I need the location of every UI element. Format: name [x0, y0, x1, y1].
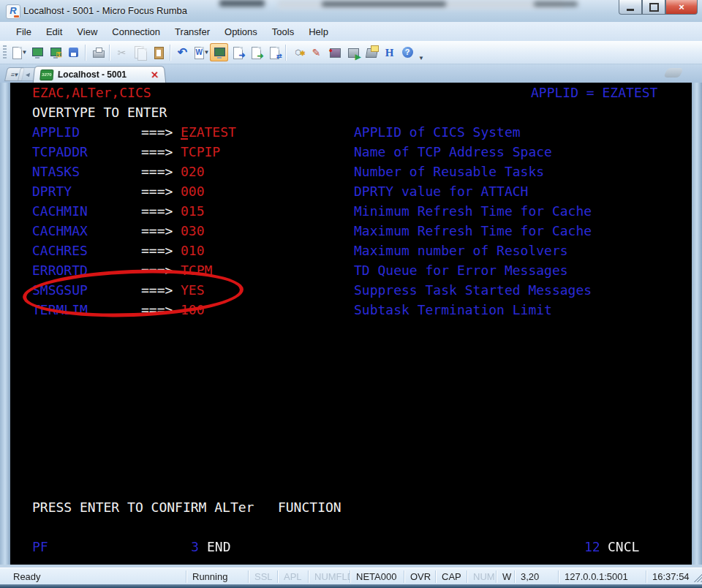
window-frame-left: [0, 83, 10, 565]
terminal-command[interactable]: EZAC,ALTer,CICS: [32, 83, 151, 102]
field-arrow: ===>: [141, 181, 173, 201]
status-ready: Ready: [0, 570, 186, 583]
field-name: APPLID: [32, 122, 80, 142]
monitor-key-icon: ⚿: [49, 46, 62, 59]
new-document-icon: [10, 46, 23, 59]
status-host-address: 127.0.0.1:5001: [559, 570, 646, 583]
menu-edit[interactable]: Edit: [39, 23, 69, 40]
menu-transfer[interactable]: Transfer: [167, 23, 217, 40]
menu-options[interactable]: Options: [217, 23, 265, 40]
printer-icon: [91, 46, 105, 59]
session-configuration-button[interactable]: ⚿: [46, 43, 64, 61]
word-document-icon: W: [192, 46, 205, 59]
close-button[interactable]: ×: [665, 0, 698, 15]
toolbar-overflow-button[interactable]: ▼: [418, 55, 424, 61]
field-name: CACHRES: [32, 241, 88, 260]
file-transfer-button[interactable]: ⇄: [265, 43, 283, 61]
field-desc: Maximum Refresh Time for Cache: [354, 221, 592, 241]
overtype-instruction: OVERTYPE TO ENTER: [32, 102, 167, 122]
field-desc: Minimum Refresh Time for Cache: [354, 201, 592, 221]
field-name: DPRTY: [32, 181, 72, 201]
confirm-message: PRESS ENTER TO CONFIRM ALTer FUNCTION: [32, 497, 341, 517]
menu-tools[interactable]: Tools: [265, 23, 301, 40]
pf3-number: 3: [191, 537, 199, 557]
background-window-fragment: [219, 0, 265, 7]
note-icon: [365, 46, 378, 59]
question-mark-icon: ?: [401, 46, 415, 59]
brush-button[interactable]: ✎: [307, 43, 325, 61]
field-value[interactable]: 030: [181, 221, 205, 241]
field-row-cachmin: CACHMIN ===> 015 Minimum Refresh Time fo…: [10, 201, 692, 221]
field-value[interactable]: EZATEST: [181, 122, 236, 142]
keyboard-map-button[interactable]: [362, 43, 380, 61]
status-numfld: NUMFLD: [309, 570, 350, 583]
field-name: CACHMAX: [32, 221, 88, 241]
page-arrow-right-icon: ➜: [231, 46, 244, 59]
menu-file[interactable]: File: [9, 23, 39, 40]
input-cursor: [181, 138, 188, 140]
new-session-button[interactable]: ▼: [10, 43, 28, 61]
save-session-button[interactable]: [64, 43, 83, 61]
field-row-dprty: DPRTY ===> 000 DPRTY value for ATTACH: [10, 181, 692, 201]
field-value[interactable]: 015: [181, 201, 205, 221]
status-neta: NETA000: [350, 570, 404, 583]
screen-history-toggle-button[interactable]: [210, 43, 228, 61]
terminal-screen[interactable]: EZAC,ALTer,CICS APPLID = EZATEST OVERTYP…: [10, 83, 692, 565]
settings-button[interactable]: ⬡✱: [289, 43, 307, 61]
maximize-icon: [649, 3, 659, 12]
print-screen-button[interactable]: [88, 43, 107, 61]
window-frame-right: [692, 83, 702, 565]
tab-close-icon[interactable]: ✕: [151, 69, 159, 80]
send-file-button[interactable]: ➜: [228, 43, 246, 61]
minimize-icon: [627, 9, 634, 11]
receive-file-button[interactable]: ➜: [246, 43, 265, 61]
session-tab[interactable]: 3270 Localhost - 5001 ✕: [33, 66, 166, 83]
maximize-button[interactable]: [642, 0, 665, 15]
close-icon: ×: [679, 1, 684, 12]
applid-status: APPLID = EZATEST: [531, 83, 657, 102]
page-transfer-icon: ⇄: [268, 46, 281, 59]
status-running: Running: [186, 570, 249, 583]
paste-button[interactable]: [149, 43, 167, 61]
field-arrow: ===>: [141, 142, 173, 162]
field-value[interactable]: TCPIP: [181, 142, 220, 162]
toolbar-grip[interactable]: [3, 45, 7, 60]
macro-record-button[interactable]: ●: [325, 43, 344, 61]
macro-play-button[interactable]: ▶: [344, 43, 362, 61]
field-arrow: ===>: [141, 221, 173, 241]
window-frame-bottom: [0, 584, 702, 588]
resize-grip[interactable]: [692, 572, 702, 582]
background-window-fragment: [322, 1, 446, 7]
menu-help[interactable]: Help: [301, 23, 336, 40]
field-value[interactable]: 020: [181, 162, 205, 181]
pen-icon: ✎: [310, 46, 323, 59]
field-value[interactable]: 000: [181, 181, 205, 201]
help-button[interactable]: ?: [399, 43, 417, 61]
tab-bar: ≡▾ ◄ 3270 Localhost - 5001 ✕: [0, 64, 702, 83]
status-word-wrap: W: [497, 570, 515, 583]
field-row-cachres: CACHRES ===> 010 Maximum number of Resol…: [10, 241, 692, 260]
field-row-applid: APPLID ===> EZATEST APPLID of CICS Syste…: [10, 122, 692, 142]
scissors-icon: ✂: [116, 46, 129, 59]
field-desc: TD Queue for Error Messages: [354, 260, 568, 280]
undo-arrow-icon: ↶: [176, 46, 189, 59]
menu-bar: File Edit View Connection Transfer Optio…: [0, 22, 702, 41]
field-value[interactable]: 010: [181, 241, 205, 260]
undo-button[interactable]: ↶: [173, 43, 192, 61]
export-word-button[interactable]: W▼: [192, 43, 210, 61]
menu-view[interactable]: View: [69, 23, 105, 40]
hotspots-button[interactable]: H: [380, 43, 399, 61]
field-arrow: ===>: [141, 122, 173, 142]
pf3-action: END: [207, 537, 231, 557]
field-desc: Subtask Termination Limit: [354, 300, 552, 320]
open-session-button[interactable]: [28, 43, 46, 61]
monitor-icon: [213, 46, 226, 59]
toolbar: ▼ ⚿ ✂ ↶ W▼ ➜ ➜ ⇄ ⬡✱ ✎ ● ▶ H ? ▼: [0, 41, 702, 64]
status-apl: APL: [278, 570, 309, 583]
minimize-button[interactable]: [619, 0, 642, 15]
menu-connection[interactable]: Connection: [105, 23, 167, 40]
pf12-number: 12: [584, 537, 600, 557]
field-arrow: ===>: [141, 241, 173, 260]
copy-icon: [134, 46, 147, 59]
title-bar: R Localhost - 5001 - Micro Focus Rumba ×: [0, 0, 702, 22]
